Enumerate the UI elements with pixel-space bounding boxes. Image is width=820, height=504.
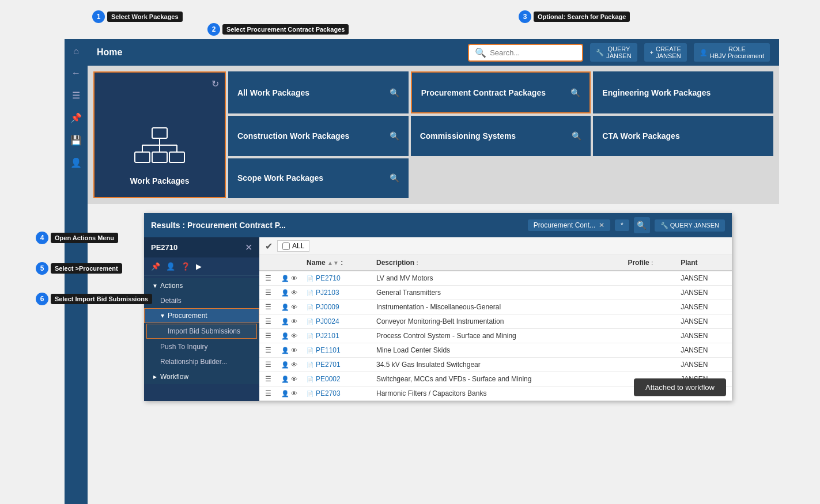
work-packages-tile[interactable]: ↻ Work Packages <box>93 71 226 198</box>
row-description: Mine Load Center Skids <box>372 343 623 358</box>
select-all-checkbox[interactable] <box>282 242 290 250</box>
results-title: Results : Procurement Contract P... <box>151 221 286 230</box>
table-row: ☰ 👤 👁 📄PJ2101 Process Control System - S… <box>259 329 732 343</box>
row-name[interactable]: 📄PJ0024 <box>302 314 372 329</box>
annotation-text-5: Select >Procurement <box>51 263 122 274</box>
procurement-search-icon[interactable]: 🔍 <box>570 88 580 97</box>
row-name[interactable]: 📄PJ2101 <box>302 329 372 343</box>
import-bid-nav-item[interactable]: Import Bid Submissions <box>146 324 257 339</box>
pin-icon[interactable]: 📌 <box>68 110 84 126</box>
construction-search-icon[interactable]: 🔍 <box>390 131 399 141</box>
row-name[interactable]: 📄PE2703 <box>302 386 372 401</box>
all-work-packages-tile[interactable]: All Work Packages 🔍 <box>228 71 409 113</box>
results-search-button[interactable]: 🔍 <box>634 217 650 233</box>
search-input[interactable] <box>490 48 570 57</box>
row-link[interactable]: PE0002 <box>316 375 341 383</box>
row-person-icon[interactable]: 👤 <box>281 304 289 311</box>
row-link[interactable]: PE2710 <box>316 274 341 282</box>
row-view-icon[interactable]: 👁 <box>291 275 297 282</box>
row-link[interactable]: PE1101 <box>316 346 341 354</box>
row-menu-icon[interactable]: ☰ <box>259 329 277 343</box>
help-action-icon[interactable]: ❓ <box>181 262 190 271</box>
row-person-icon[interactable]: 👤 <box>281 332 289 340</box>
all-wp-search-icon[interactable]: 🔍 <box>390 88 399 97</box>
engineering-tile[interactable]: Engineering Work Packages <box>593 71 773 113</box>
cta-tile[interactable]: CTA Work Packages <box>593 116 773 156</box>
row-person-icon[interactable]: 👤 <box>281 275 289 282</box>
row-name[interactable]: 📄PE2701 <box>302 358 372 372</box>
row-name[interactable]: 📄PJ0009 <box>302 300 372 314</box>
annotation-bubble-3: 3 <box>519 10 531 23</box>
row-person-icon[interactable]: 👤 <box>281 318 289 325</box>
scope-tile[interactable]: Scope Work Packages 🔍 <box>228 158 409 198</box>
actions-nav-item[interactable]: ▾ Actions <box>144 278 259 293</box>
table-row: ☰ 👤 👁 📄PJ2103 General Transmitters JANSE… <box>259 286 732 300</box>
row-view-icon[interactable]: 👁 <box>291 390 297 397</box>
annotation-text-6: Select Import Bid Submissions <box>51 294 152 304</box>
row-person-icon[interactable]: 👤 <box>281 289 289 297</box>
sort-icon-name: ▲▼ <box>327 260 339 266</box>
row-action-icons: 👤 👁 <box>277 343 302 358</box>
row-name[interactable]: 📄PE2710 <box>302 271 372 286</box>
row-person-icon[interactable]: 👤 <box>281 390 289 397</box>
col-name: Name ▲▼ : <box>302 255 372 271</box>
row-link[interactable]: PJ2101 <box>316 332 339 340</box>
row-name[interactable]: 📄PJ2103 <box>302 286 372 300</box>
row-menu-icon[interactable]: ☰ <box>259 271 277 286</box>
row-menu-icon[interactable]: ☰ <box>259 300 277 314</box>
row-action-icons: 👤 👁 <box>277 300 302 314</box>
relationship-nav-item[interactable]: Relationship Builder... <box>144 354 259 369</box>
row-view-icon[interactable]: 👁 <box>291 347 297 354</box>
row-link[interactable]: PE2701 <box>316 361 341 369</box>
row-view-icon[interactable]: 👁 <box>291 376 297 382</box>
row-person-icon[interactable]: 👤 <box>281 361 289 369</box>
save-icon[interactable]: 💾 <box>68 132 84 148</box>
row-link[interactable]: PJ0009 <box>316 303 339 311</box>
row-menu-icon[interactable]: ☰ <box>259 314 277 329</box>
row-name[interactable]: 📄PE0002 <box>302 372 372 386</box>
construction-tile[interactable]: Construction Work Packages 🔍 <box>228 116 409 156</box>
home-icon[interactable]: ⌂ <box>71 44 81 59</box>
role-button[interactable]: 👤 ROLEHBJV Procurement <box>694 43 770 62</box>
row-link[interactable]: PJ2103 <box>316 289 339 297</box>
row-person-icon[interactable]: 👤 <box>281 347 289 354</box>
panel-close-icon[interactable]: ✕ <box>245 242 252 253</box>
create-button[interactable]: + CREATEJANSEN <box>644 43 687 62</box>
row-menu-icon[interactable]: ☰ <box>259 343 277 358</box>
annotation-bubble-6: 6 <box>36 293 48 305</box>
row-view-icon[interactable]: 👁 <box>291 361 297 368</box>
row-view-icon[interactable]: 👁 <box>291 332 297 339</box>
row-person-icon[interactable]: 👤 <box>281 376 289 383</box>
col-description: Description : <box>372 255 623 271</box>
row-view-icon[interactable]: 👁 <box>291 289 297 296</box>
row-link[interactable]: PE2703 <box>316 389 341 397</box>
procurement-tile[interactable]: Procurement Contract Packages 🔍 <box>411 71 591 113</box>
row-menu-icon[interactable]: ☰ <box>259 286 277 300</box>
row-link[interactable]: PJ0024 <box>316 317 339 325</box>
row-menu-icon[interactable]: ☰ <box>259 386 277 401</box>
results-query-button[interactable]: 🔧 QUERY JANSEN <box>655 219 725 232</box>
pin-action-icon[interactable]: 📌 <box>151 262 160 271</box>
procurement-nav-item[interactable]: ▾ Procurement <box>144 308 259 323</box>
tag-close-icon[interactable]: ✕ <box>599 221 604 229</box>
person-action-icon[interactable]: 👤 <box>166 262 175 271</box>
play-action-icon[interactable]: ▶ <box>196 262 202 271</box>
row-name[interactable]: 📄PE1101 <box>302 343 372 358</box>
all-checkbox-btn[interactable]: ALL <box>277 240 309 252</box>
workflow-nav-item[interactable]: ▸ Workflow <box>144 369 259 384</box>
query-button[interactable]: 🔧 QUERYJANSEN <box>590 43 637 62</box>
scope-label: Scope Work Packages <box>237 173 323 183</box>
row-menu-icon[interactable]: ☰ <box>259 372 277 386</box>
push-inquiry-nav-item[interactable]: Push To Inquiry <box>144 339 259 354</box>
user-icon[interactable]: 👤 <box>68 155 84 170</box>
scope-search-icon[interactable]: 🔍 <box>390 173 399 183</box>
back-icon[interactable]: ← <box>69 66 83 81</box>
row-view-icon[interactable]: 👁 <box>291 318 297 325</box>
commissioning-search-icon[interactable]: 🔍 <box>572 131 581 141</box>
list-icon[interactable]: ☰ <box>70 88 82 103</box>
row-plant: JANSEN <box>676 329 732 343</box>
row-view-icon[interactable]: 👁 <box>291 304 297 310</box>
commissioning-tile[interactable]: Commissioning Systems 🔍 <box>411 116 591 156</box>
details-nav-item[interactable]: Details <box>144 293 259 308</box>
row-menu-icon[interactable]: ☰ <box>259 358 277 372</box>
